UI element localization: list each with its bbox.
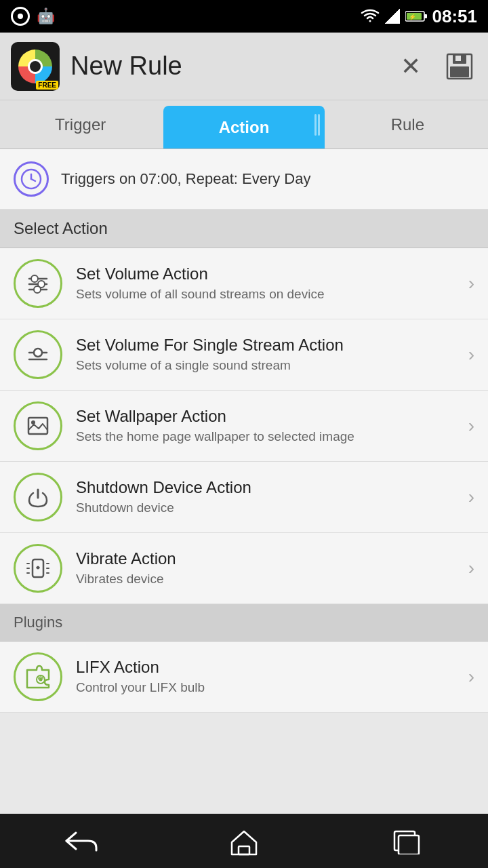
action-set-volume[interactable]: Set Volume Action Sets volume of all sou… (0, 248, 488, 319)
home-icon (226, 826, 262, 856)
trigger-text: Triggers on 07:00, Repeat: Every Day (61, 170, 310, 188)
action-text-vibrate: Vibrate Action Vibrates device (76, 549, 462, 588)
status-bar-right: ⚡ 08:51 (361, 6, 478, 27)
svg-rect-37 (399, 835, 419, 854)
svg-point-25 (31, 420, 35, 425)
status-bar: 🤖 ⚡ 08:51 (0, 0, 488, 33)
svg-rect-11 (318, 114, 320, 136)
action-text-lifx: LIFX Action Control your LIFX bulb (76, 658, 462, 696)
lifx-icon (14, 652, 62, 701)
volume-single-icon (14, 330, 62, 379)
battery-icon: ⚡ (405, 10, 427, 22)
svg-rect-8 (455, 56, 461, 61)
action-text-volume: Set Volume Action Sets volume of all sou… (76, 264, 462, 303)
tab-action[interactable]: Action (163, 106, 324, 149)
chevron-right-icon: › (468, 273, 474, 294)
svg-rect-10 (314, 114, 317, 136)
chevron-right-icon: › (468, 666, 474, 688)
android-icon: 🤖 (37, 7, 55, 25)
close-button[interactable]: ✕ (393, 49, 428, 84)
plugins-header: Plugins (0, 604, 488, 642)
volume-multi-icon (14, 259, 62, 308)
svg-line-14 (31, 179, 35, 181)
chevron-right-icon: › (468, 557, 474, 579)
tab-grip-icon (312, 111, 322, 138)
wifi-icon (361, 9, 380, 24)
save-button[interactable] (442, 49, 477, 84)
section-header: Select Action (0, 210, 488, 248)
trigger-info: Triggers on 07:00, Repeat: Every Day (0, 149, 488, 210)
svg-point-20 (34, 286, 41, 293)
svg-rect-9 (450, 66, 469, 77)
bottom-nav (0, 814, 488, 868)
power-icon (14, 473, 62, 521)
recents-button[interactable] (380, 821, 434, 861)
tab-rule[interactable]: Rule (327, 100, 488, 149)
tab-trigger[interactable]: Trigger (0, 100, 161, 149)
header-actions: ✕ (393, 49, 477, 84)
wallpaper-icon (14, 401, 62, 450)
page-title: New Rule (70, 52, 393, 81)
app-logo: FREE (11, 42, 60, 91)
back-button[interactable] (54, 821, 108, 861)
svg-point-16 (31, 275, 38, 282)
app-header: FREE New Rule ✕ (0, 33, 488, 100)
svg-text:⚡: ⚡ (409, 13, 417, 21)
action-text-volume-single: Set Volume For Single Stream Action Sets… (76, 336, 462, 374)
close-icon: ✕ (401, 54, 421, 79)
action-shutdown[interactable]: Shutdown Device Action Shutdown device › (0, 462, 488, 533)
save-icon (445, 52, 474, 81)
back-icon (64, 829, 99, 853)
tabs-container: Trigger Action Rule (0, 100, 488, 149)
chevron-right-icon: › (468, 344, 474, 366)
svg-point-34 (39, 678, 43, 682)
clock: 08:51 (432, 6, 478, 27)
action-vibrate[interactable]: Vibrate Action Vibrates device › (0, 533, 488, 604)
recents-icon (389, 827, 424, 854)
action-text-wallpaper: Set Wallpaper Action Sets the home page … (76, 407, 462, 446)
clock-icon (14, 161, 49, 197)
chevron-right-icon: › (468, 415, 474, 437)
action-set-volume-single[interactable]: Set Volume For Single Stream Action Sets… (0, 319, 488, 391)
action-set-wallpaper[interactable]: Set Wallpaper Action Sets the home page … (0, 391, 488, 462)
svg-rect-3 (424, 14, 427, 18)
home-button[interactable] (217, 821, 271, 861)
action-lifx[interactable]: LIFX Action Control your LIFX bulb › (0, 642, 488, 713)
action-text-shutdown: Shutdown Device Action Shutdown device (76, 478, 462, 517)
svg-rect-35 (239, 846, 249, 854)
svg-point-22 (34, 349, 42, 357)
status-bar-left: 🤖 (11, 7, 55, 26)
chevron-right-icon: › (468, 486, 474, 508)
circle-indicator (11, 7, 30, 26)
vibrate-icon (14, 544, 62, 593)
signal-icon (385, 9, 400, 24)
